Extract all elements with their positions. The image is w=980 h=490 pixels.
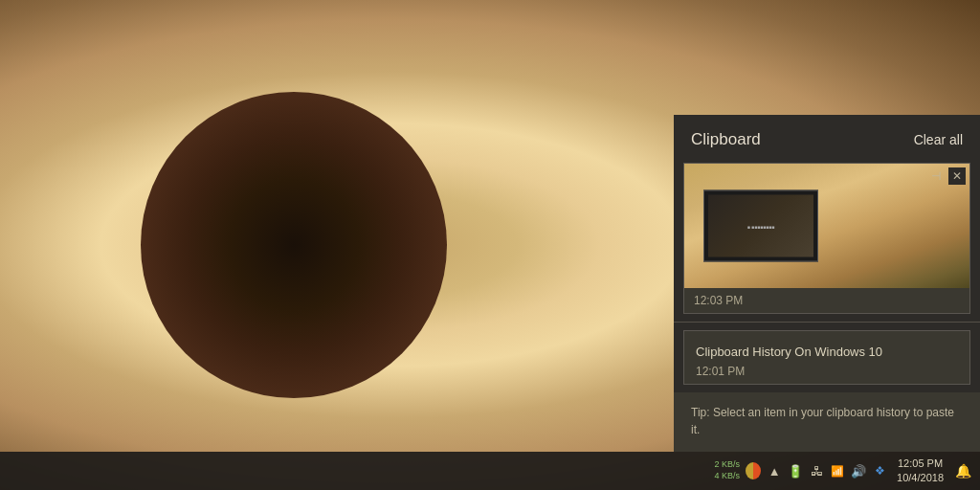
wifi-icon[interactable]: 📶 bbox=[830, 463, 845, 479]
taskbar-date: 10/4/2018 bbox=[897, 471, 944, 485]
clipboard-text-content: Clipboard History On Windows 10 bbox=[696, 345, 958, 359]
clipboard-panel: Clipboard Clear all ■ ■■■■■■■■ 12:03 PM … bbox=[674, 115, 980, 452]
network-down-speed: 4 KB/s bbox=[715, 471, 741, 482]
clipboard-item-image[interactable]: ■ ■■■■■■■■ 12:03 PM ✕ ⊣ bbox=[683, 163, 970, 314]
battery-icon[interactable]: 🔋 bbox=[788, 463, 803, 479]
clipboard-item-time-1: 12:03 PM bbox=[684, 288, 969, 313]
mini-screenshot-content: ■ ■■■■■■■■ bbox=[708, 195, 813, 257]
clipboard-item-pin-button[interactable]: ⊣ bbox=[927, 167, 945, 185]
separator bbox=[674, 322, 980, 323]
taskbar-right: 2 KB/s 4 KB/s ▲ 🔋 🖧 📶 🔊 ❖ bbox=[715, 452, 972, 490]
mini-screenshot: ■ ■■■■■■■■ bbox=[703, 190, 818, 262]
network-up-speed: 2 KB/s bbox=[715, 459, 741, 471]
taskbar-time: 12:05 PM bbox=[897, 457, 944, 471]
clipboard-item-time-2: 12:01 PM bbox=[696, 365, 958, 378]
power-icon[interactable] bbox=[746, 463, 761, 479]
clipboard-header: Clipboard Clear all bbox=[674, 115, 980, 163]
notification-bell-symbol: 🔔 bbox=[955, 463, 971, 479]
battery-symbol: 🔋 bbox=[788, 464, 803, 479]
clipboard-item-text[interactable]: Clipboard History On Windows 10 12:01 PM bbox=[683, 330, 970, 385]
volume-symbol: 🔊 bbox=[851, 464, 866, 479]
notification-center-icon[interactable]: 🔔 bbox=[953, 461, 972, 480]
clipboard-title: Clipboard bbox=[691, 130, 761, 149]
clipboard-item-close-button[interactable]: ✕ bbox=[948, 167, 966, 185]
clipboard-tip: Tip: Select an item in your clipboard hi… bbox=[674, 392, 980, 452]
clear-all-button[interactable]: Clear all bbox=[914, 132, 963, 147]
network-icon[interactable]: 🖧 bbox=[809, 463, 824, 479]
system-tray-expand-icon[interactable]: ▲ bbox=[767, 463, 782, 479]
network-symbol: 🖧 bbox=[811, 464, 823, 479]
dropbox-symbol: ❖ bbox=[875, 464, 885, 478]
wifi-symbol: 📶 bbox=[831, 465, 844, 478]
chevron-up-icon: ▲ bbox=[768, 464, 781, 479]
network-speed: 2 KB/s 4 KB/s bbox=[715, 459, 741, 481]
taskbar: 2 KB/s 4 KB/s ▲ 🔋 🖧 📶 🔊 ❖ bbox=[0, 452, 980, 490]
power-circle-icon bbox=[746, 462, 761, 479]
flower-center bbox=[141, 92, 447, 398]
volume-icon[interactable]: 🔊 bbox=[851, 463, 866, 479]
taskbar-clock[interactable]: 12:05 PM 10/4/2018 bbox=[897, 457, 944, 486]
dropbox-icon[interactable]: ❖ bbox=[872, 463, 887, 479]
